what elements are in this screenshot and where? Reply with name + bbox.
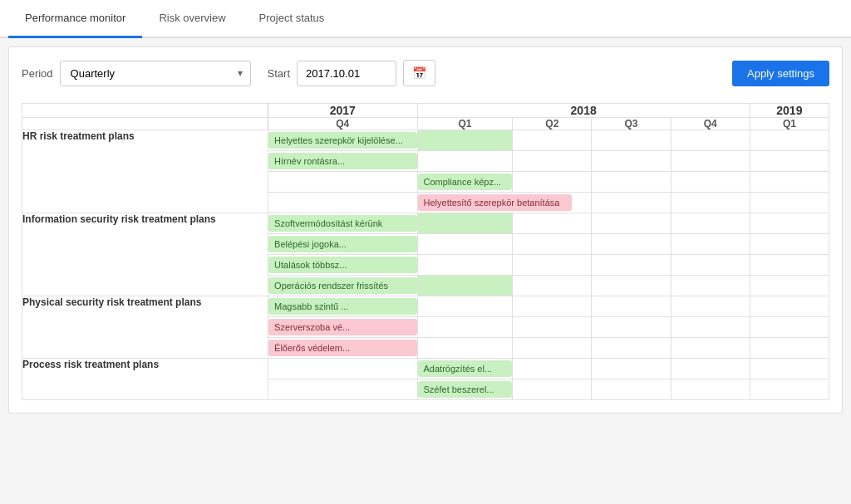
main-content: Period Quarterly Monthly Yearly ▾ Start … <box>8 46 843 413</box>
hr-q4-row3 <box>268 172 417 193</box>
process-q2-r2 <box>513 379 592 400</box>
physec-2019q1-r3 <box>750 338 829 359</box>
gantt-header-label <box>22 104 268 118</box>
physec-section-label: Physical security risk treatment plans <box>22 296 268 359</box>
controls-row: Period Quarterly Monthly Yearly ▾ Start … <box>22 60 829 86</box>
hr-2019q1-row3 <box>750 172 829 193</box>
process-q4-r2b <box>671 379 750 400</box>
start-date-input[interactable] <box>297 61 396 86</box>
calendar-button[interactable]: 📅 <box>403 60 435 86</box>
hr-bar1-q1-cont <box>417 130 513 151</box>
quarter-header-2018-q4: Q4 <box>671 118 750 130</box>
physec-bar2-q4: Szerverszoba vé... <box>268 317 417 338</box>
physec-2019q1-r2 <box>750 317 829 338</box>
tab-project-status[interactable]: Project status <box>243 0 342 38</box>
tab-bar: Performance monitor Risk overview Projec… <box>0 0 851 38</box>
infosec-bar1-q4: Szoftvermódosítást kérünk <box>268 213 417 234</box>
quarter-header-2017-q4: Q4 <box>268 118 417 130</box>
process-q4-r1 <box>268 359 417 379</box>
hr-bar4-q1q2: Helyettesítő szerepkör betanítása <box>417 193 592 213</box>
hr-q2-row2 <box>513 151 592 172</box>
process-q4-r2 <box>268 379 417 400</box>
hr-2019q1-row4 <box>750 193 829 213</box>
infosec-q1-r2 <box>417 234 513 255</box>
hr-q1-row2 <box>417 151 513 172</box>
hr-bar-4: Helyettesítő szerepkör betanítása <box>418 194 572 211</box>
physec-q4-r1 <box>671 296 750 317</box>
infosec-q3-r4 <box>592 276 671 296</box>
infosec-q4-r4 <box>671 276 750 296</box>
hr-bar1-q4: Helyettes szerepkör kijelölése... <box>268 130 417 151</box>
infosec-2019q1-r4 <box>750 276 829 296</box>
hr-bar-1: Helyettes szerepkör kijelölése... <box>268 132 416 149</box>
infosec-2019q1-r1 <box>750 213 829 234</box>
hr-section-label: HR risk treatment plans <box>22 130 268 213</box>
infosec-bar1-q1 <box>417 213 513 234</box>
gantt-subheader-empty <box>22 118 268 130</box>
period-select-wrapper: Quarterly Monthly Yearly ▾ <box>60 61 251 86</box>
physec-q4-r3 <box>671 338 750 359</box>
physec-q1-r3 <box>417 338 513 359</box>
physec-2019q1-r1 <box>750 296 829 317</box>
hr-q2-row3 <box>513 172 592 193</box>
apply-settings-button[interactable]: Apply settings <box>732 61 829 86</box>
physec-q3-r3 <box>592 338 671 359</box>
tab-performance-monitor[interactable]: Performance monitor <box>8 0 142 38</box>
infosec-row-1: Information security risk treatment plan… <box>22 213 829 234</box>
infosec-section-label: Information security risk treatment plan… <box>22 213 268 296</box>
infosec-q3-r3 <box>592 255 671 276</box>
infosec-bar3-q4: Utalások többsz... <box>268 255 417 276</box>
process-q4-r1b <box>671 359 750 379</box>
physec-bar-2: Szerverszoba vé... <box>268 319 416 335</box>
process-bar-2: Széfet beszerel... <box>418 381 513 398</box>
hr-bar2-q4: Hírnév rontásra... <box>268 151 417 172</box>
physec-q4-r2 <box>671 317 750 338</box>
process-q2-r1 <box>513 359 592 379</box>
process-q3-r2 <box>592 379 671 400</box>
infosec-2019q1-r2 <box>750 234 829 255</box>
infosec-q3-r1 <box>592 213 671 234</box>
hr-q3-row4 <box>592 193 671 213</box>
year-header-2018: 2018 <box>417 104 750 118</box>
infosec-q2-r1 <box>513 213 592 234</box>
physec-bar-3: Élőerős védelem... <box>268 340 416 356</box>
hr-2019q1-row1 <box>750 130 829 151</box>
hr-bar-3: Compliance képz... <box>418 174 513 190</box>
infosec-bar2-q4: Belépési jogoka... <box>268 234 417 255</box>
infosec-q4-r3 <box>671 255 750 276</box>
process-row-1: Process risk treatment plans Adatrögzíté… <box>22 359 829 379</box>
process-section-label: Process risk treatment plans <box>22 359 268 400</box>
process-q3-r1 <box>592 359 671 379</box>
hr-q3-row1 <box>592 130 671 151</box>
infosec-q3-r2 <box>592 234 671 255</box>
gantt-chart: 2017 2018 2019 Q4 Q1 Q2 Q3 Q4 Q1 HR risk… <box>22 103 829 400</box>
hr-row-1: HR risk treatment plans Helyettes szerep… <box>22 130 829 151</box>
physec-q2-r2 <box>513 317 592 338</box>
physec-bar3-q4: Élőerős védelem... <box>268 338 417 359</box>
process-bar-1: Adatrögzítés el... <box>418 360 513 377</box>
hr-bar3-q1: Compliance képz... <box>417 172 513 193</box>
infosec-q2-r3 <box>513 255 592 276</box>
hr-q4-row1 <box>671 130 750 151</box>
physec-q1-r2 <box>417 317 513 338</box>
infosec-bar-1: Szoftvermódosítást kérünk <box>268 215 416 232</box>
physec-bar1-q4: Magsabb szintű ... <box>268 296 417 317</box>
hr-q3-row3 <box>592 172 671 193</box>
quarter-header-2019-q1: Q1 <box>750 118 829 130</box>
tab-risk-overview[interactable]: Risk overview <box>142 0 242 38</box>
year-header-2017: 2017 <box>268 104 417 118</box>
period-select[interactable]: Quarterly Monthly Yearly <box>60 61 251 86</box>
hr-bar-2: Hírnév rontásra... <box>268 153 416 169</box>
process-bar1-q1: Adatrögzítés el... <box>417 359 513 379</box>
period-label: Period <box>22 67 53 80</box>
infosec-bar4-q1 <box>417 276 513 296</box>
infosec-2019q1-r3 <box>750 255 829 276</box>
hr-q4-row3 <box>671 172 750 193</box>
process-2019q1-r2 <box>750 379 829 400</box>
quarter-header-2018-q3: Q3 <box>592 118 671 130</box>
infosec-q1-r3 <box>417 255 513 276</box>
year-header-2019: 2019 <box>750 104 829 118</box>
infosec-q4-r2 <box>671 234 750 255</box>
infosec-q2-r4 <box>513 276 592 296</box>
hr-q4-row2 <box>671 151 750 172</box>
